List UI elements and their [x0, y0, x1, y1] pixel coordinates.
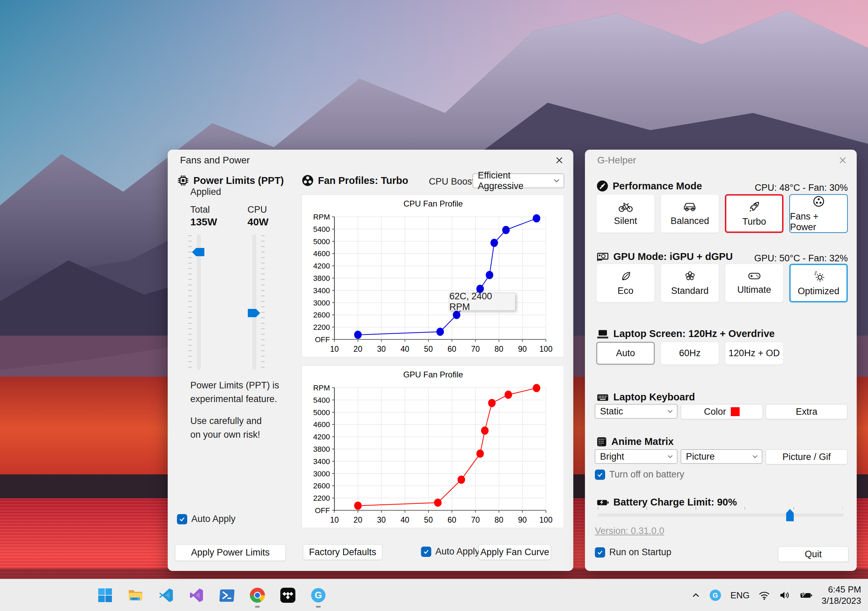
checkbox-checked-icon: [177, 514, 187, 524]
close-icon[interactable]: [837, 154, 848, 166]
svg-text:5400: 5400: [313, 225, 330, 233]
battery-slider-track[interactable]: [598, 514, 843, 516]
windows-start-button[interactable]: [97, 587, 113, 603]
fans-window-titlebar[interactable]: Fans and Power: [168, 150, 573, 171]
mode-fans-power-button[interactable]: Fans + Power: [789, 194, 848, 233]
svg-text:OFF: OFF: [315, 506, 330, 515]
fans-window-title: Fans and Power: [180, 155, 250, 166]
fans-auto-apply-checkbox[interactable]: Auto Apply: [421, 546, 479, 557]
apply-fan-curve-button[interactable]: Apply Fan Curve: [479, 544, 551, 560]
cpu-chip-icon: [177, 174, 189, 187]
factory-defaults-button[interactable]: Factory Defaults: [303, 544, 382, 560]
fan-icon: [812, 195, 825, 208]
cpu-slider-thumb[interactable]: [248, 309, 260, 317]
tray-g-helper-icon[interactable]: G: [709, 589, 722, 602]
battery-charging-icon[interactable]: [800, 591, 812, 600]
mode-silent-button[interactable]: Silent: [596, 194, 655, 233]
fans-and-power-window: Fans and Power Power Limits (PPT) Applie…: [168, 150, 573, 571]
apply-power-limits-button[interactable]: Apply Power Limits: [175, 544, 286, 561]
keyboard-extra-button[interactable]: Extra: [766, 404, 848, 419]
anime-turn-off-battery-checkbox[interactable]: Turn off on battery: [595, 469, 684, 480]
gpu-fan-chart[interactable]: GPU Fan ProfileRPM5400500046004200380034…: [302, 365, 564, 528]
tidal-icon[interactable]: [280, 587, 296, 603]
battery-limit-header: Battery Charge Limit: 90%: [596, 497, 737, 508]
cpu-fan-chart[interactable]: CPU Fan ProfileRPM5400500046004200380034…: [302, 194, 564, 357]
svg-text:100: 100: [539, 515, 552, 524]
svg-text:2200: 2200: [313, 323, 330, 331]
quit-button[interactable]: Quit: [778, 546, 848, 562]
svg-text:GPU Fan Profile: GPU Fan Profile: [403, 370, 463, 379]
gauge-icon: [596, 180, 609, 192]
checkbox-checked-icon: [595, 547, 605, 558]
tray-language[interactable]: ENG: [730, 590, 750, 601]
tray-chevron-up-icon[interactable]: [691, 592, 700, 599]
svg-text:60: 60: [448, 515, 457, 524]
battery-slider-ticks: [598, 507, 843, 510]
svg-text:5400: 5400: [313, 396, 330, 404]
gpu-temp-status: GPU: 50°C - Fan: 32%: [754, 253, 848, 264]
screen-auto-button[interactable]: Auto: [596, 342, 655, 365]
gpu-optimized-button[interactable]: Optimized: [789, 264, 848, 302]
svg-text:50: 50: [424, 515, 433, 524]
close-icon[interactable]: [553, 154, 565, 166]
anime-picture-gif-button[interactable]: Picture / Gif: [766, 449, 848, 465]
chevron-down-icon: [752, 455, 758, 459]
svg-text:4600: 4600: [313, 420, 330, 429]
tray-date: 3/18/2023: [822, 595, 861, 606]
power-limits-applied-link[interactable]: Applied: [190, 187, 221, 197]
power-auto-apply-checkbox[interactable]: Auto Apply: [177, 514, 236, 524]
svg-text:2200: 2200: [313, 494, 330, 502]
svg-text:4200: 4200: [313, 262, 330, 270]
cpu-boost-label: CPU Boost: [429, 176, 475, 187]
file-explorer-icon[interactable]: [127, 587, 144, 603]
anime-brightness-dropdown[interactable]: Bright: [595, 449, 677, 464]
svg-text:10: 10: [330, 515, 339, 524]
battery-slider-thumb[interactable]: [786, 509, 794, 521]
svg-text:10: 10: [330, 345, 339, 353]
ghelper-title: G-Helper: [597, 155, 636, 166]
mode-balanced-button[interactable]: Balanced: [660, 194, 719, 233]
chevron-down-icon: [553, 179, 560, 183]
svg-text:40: 40: [400, 515, 409, 524]
anime-content-dropdown[interactable]: Picture: [681, 449, 762, 464]
gamepad-icon: [747, 271, 761, 281]
svg-text:50: 50: [424, 345, 433, 353]
run-on-startup-checkbox[interactable]: Run on Startup: [595, 547, 671, 558]
mode-turbo-button[interactable]: Turbo: [725, 194, 783, 233]
ghelper-titlebar[interactable]: G-Helper: [585, 150, 857, 171]
powershell-icon[interactable]: [219, 587, 235, 603]
car-icon: [682, 201, 698, 212]
keyboard-mode-dropdown[interactable]: Static: [595, 404, 677, 418]
taskbar: G G ENG: [0, 579, 868, 611]
gpu-mode-header: GPU Mode: iGPU + dGPU: [596, 251, 733, 262]
svg-text:20: 20: [353, 345, 363, 353]
screen-60hz-button[interactable]: 60Hz: [660, 342, 719, 365]
bicycle-icon: [618, 201, 633, 212]
visual-studio-icon[interactable]: [188, 587, 205, 603]
matrix-icon: [596, 436, 607, 447]
keyboard-color-button[interactable]: Color: [681, 404, 763, 419]
wifi-icon[interactable]: [758, 591, 770, 600]
battery-icon: [596, 498, 609, 507]
g-helper-icon[interactable]: G: [310, 587, 327, 603]
chrome-icon[interactable]: [249, 587, 266, 603]
gpu-standard-button[interactable]: Standard: [660, 264, 719, 302]
tray-clock[interactable]: 6:45 PM 3/18/2023: [822, 584, 861, 606]
cpu-boost-dropdown[interactable]: Efficient Aggressive: [473, 174, 564, 188]
version-link[interactable]: Version: 0.31.0.0: [595, 526, 664, 536]
cpu-slider-track[interactable]: [253, 235, 256, 370]
screen-120hz-od-button[interactable]: 120Hz + OD: [725, 342, 783, 365]
total-slider-thumb[interactable]: [192, 248, 205, 256]
volume-icon[interactable]: [779, 591, 790, 600]
power-limits-header: Power Limits (PPT): [177, 174, 284, 187]
cpu-fan-tooltip: 62C, 2400 RPM: [449, 293, 515, 311]
gpu-ultimate-button[interactable]: Ultimate: [725, 264, 783, 302]
anime-matrix-header: Anime Matrix: [596, 436, 674, 447]
laptop-icon: [596, 329, 609, 339]
svg-text:5000: 5000: [313, 237, 330, 246]
gpu-eco-button[interactable]: Eco: [596, 264, 655, 302]
cpu-temp-status: CPU: 48°C - Fan: 30%: [755, 183, 848, 193]
svg-text:5000: 5000: [313, 408, 330, 417]
vscode-icon[interactable]: [158, 587, 174, 603]
svg-text:30: 30: [377, 515, 386, 524]
